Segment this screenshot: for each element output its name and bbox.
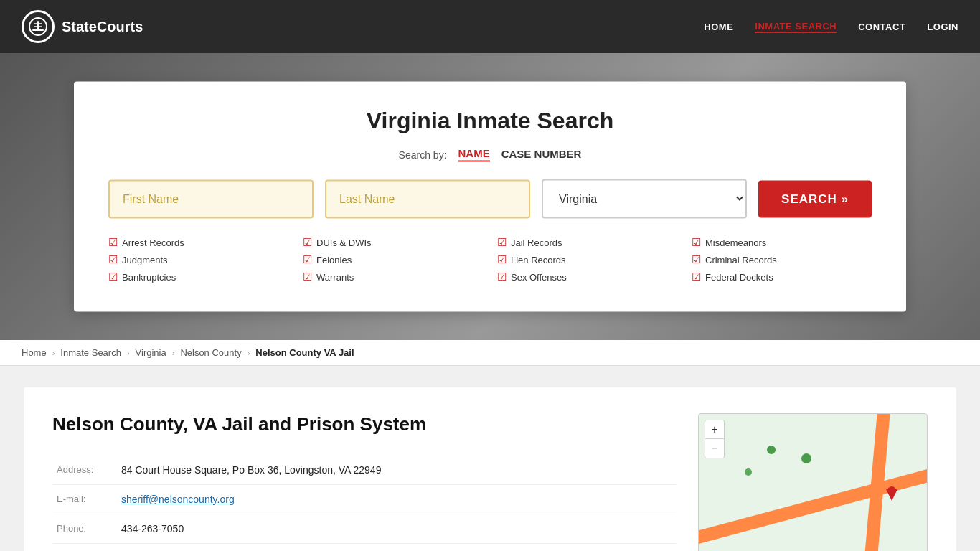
check-icon: ☑ (692, 253, 701, 266)
checkbox-label: Arrest Records (122, 237, 184, 248)
breadcrumb: Home › Inmate Search › Virginia › Nelson… (0, 340, 980, 366)
breadcrumb-virginia[interactable]: Virginia (136, 347, 166, 358)
checkbox-federal-dockets: ☑ Federal Dockets (692, 270, 872, 283)
search-tabs-row: Search by: NAME CASE NUMBER (108, 147, 872, 162)
checkbox-arrest-records: ☑ Arrest Records (108, 236, 288, 249)
check-icon: ☑ (303, 270, 312, 283)
checkbox-label: Bankruptcies (122, 271, 176, 282)
search-title: Virginia Inmate Search (108, 108, 872, 134)
facility-table: Address: 84 Court House Square, Po Box 3… (52, 456, 677, 551)
tab-name[interactable]: NAME (458, 147, 490, 162)
checkbox-jail-records: ☑ Jail Records (497, 236, 677, 249)
phone-label: Phone: (52, 514, 117, 544)
checkbox-sex-offenses: ☑ Sex Offenses (497, 270, 677, 283)
breadcrumb-sep-4: › (248, 349, 250, 357)
checkboxes-grid: ☑ Arrest Records ☑ DUIs & DWIs ☑ Jail Re… (108, 236, 872, 283)
fax-label: Fax: (52, 544, 117, 552)
phone-value: 434-263-7050 (117, 514, 677, 544)
checkbox-label: Federal Dockets (705, 271, 773, 282)
main-nav: HOME INMATE SEARCH CONTACT LOGIN (704, 21, 958, 33)
checkbox-label: Felonies (316, 254, 352, 265)
nav-inmate-search[interactable]: INMATE SEARCH (755, 21, 837, 33)
email-link[interactable]: sheriff@nelsoncounty.org (121, 494, 235, 505)
logo[interactable]: StateCourts (22, 10, 143, 43)
logo-text: StateCourts (62, 19, 143, 35)
address-label: Address: (52, 456, 117, 485)
table-row: E-mail: sheriff@nelsoncounty.org (52, 485, 677, 514)
checkbox-warrants: ☑ Warrants (303, 270, 483, 283)
table-row: Address: 84 Court House Square, Po Box 3… (52, 456, 677, 485)
first-name-input[interactable] (108, 179, 314, 218)
facility-card: Nelson County, VA Jail and Prison System… (24, 387, 956, 551)
map-zoom-out-button[interactable]: − (705, 439, 724, 458)
tab-case-number[interactable]: CASE NUMBER (501, 148, 582, 161)
map-container[interactable]: + − (698, 413, 928, 551)
facility-info: Nelson County, VA Jail and Prison System… (52, 413, 677, 551)
breadcrumb-sep-1: › (52, 349, 55, 357)
check-icon: ☑ (497, 270, 507, 283)
hero-section: COURTHOUSE Virginia Inmate Search Search… (0, 53, 980, 340)
map-road-horizontal (698, 468, 928, 544)
fax-value: 434-263-7056 (117, 544, 677, 552)
checkbox-misdemeanors: ☑ Misdemeanors (692, 236, 872, 249)
map-marker (886, 489, 897, 501)
map-zoom-in-button[interactable]: + (705, 420, 724, 439)
email-value: sheriff@nelsoncounty.org (117, 485, 677, 514)
check-icon: ☑ (497, 253, 507, 266)
check-icon: ☑ (108, 236, 118, 249)
last-name-input[interactable] (325, 179, 530, 218)
checkbox-label: Sex Offenses (511, 271, 567, 282)
checkbox-bankruptcies: ☑ Bankruptcies (108, 270, 288, 283)
search-card: Virginia Inmate Search Search by: NAME C… (74, 82, 906, 312)
check-icon: ☑ (497, 236, 507, 249)
email-label: E-mail: (52, 485, 117, 514)
logo-icon (22, 10, 55, 43)
check-icon: ☑ (108, 253, 118, 266)
checkbox-criminal-records: ☑ Criminal Records (692, 253, 872, 266)
nav-login[interactable]: LOGIN (927, 22, 958, 32)
check-icon: ☑ (303, 253, 312, 266)
table-row: Phone: 434-263-7050 (52, 514, 677, 544)
breadcrumb-nelson-county[interactable]: Nelson County (180, 347, 241, 358)
checkbox-label: Criminal Records (705, 254, 777, 265)
checkbox-judgments: ☑ Judgments (108, 253, 288, 266)
checkbox-label: Lien Records (511, 254, 566, 265)
check-icon: ☑ (303, 236, 312, 249)
breadcrumb-inmate-search[interactable]: Inmate Search (60, 347, 121, 358)
svg-rect-2 (37, 21, 39, 29)
site-header: StateCourts HOME INMATE SEARCH CONTACT L… (0, 0, 980, 53)
main-content: Nelson County, VA Jail and Prison System… (0, 366, 980, 551)
checkbox-label: DUIs & DWIs (316, 237, 372, 248)
address-value: 84 Court House Square, Po Box 36, Loving… (117, 456, 677, 485)
map-tree-3 (801, 453, 811, 463)
check-icon: ☑ (692, 270, 701, 283)
breadcrumb-current: Nelson County VA Jail (255, 347, 354, 358)
nav-contact[interactable]: CONTACT (858, 22, 905, 32)
map-tree-1 (767, 446, 776, 454)
facility-title: Nelson County, VA Jail and Prison System (52, 413, 677, 435)
checkbox-label: Jail Records (511, 237, 562, 248)
map-zoom-controls: + − (705, 420, 725, 458)
check-icon: ☑ (692, 236, 701, 249)
svg-rect-1 (32, 29, 44, 31)
search-inputs-row: Virginia Alabama Alaska Arizona SEARCH » (108, 179, 872, 219)
breadcrumb-sep-3: › (172, 349, 175, 357)
table-row: Fax: 434-263-7056 (52, 544, 677, 552)
checkbox-duis-dwis: ☑ DUIs & DWIs (303, 236, 483, 249)
check-icon: ☑ (108, 270, 118, 283)
checkbox-label: Judgments (122, 254, 168, 265)
breadcrumb-sep-2: › (127, 349, 130, 357)
checkbox-label: Warrants (316, 271, 354, 282)
state-select[interactable]: Virginia Alabama Alaska Arizona (542, 179, 747, 219)
map-section: + − (698, 413, 928, 551)
checkbox-label: Misdemeanors (705, 237, 766, 248)
checkbox-lien-records: ☑ Lien Records (497, 253, 677, 266)
breadcrumb-home[interactable]: Home (22, 347, 47, 358)
checkbox-felonies: ☑ Felonies (303, 253, 483, 266)
nav-home[interactable]: HOME (704, 22, 733, 32)
map-tree-2 (745, 468, 752, 476)
search-by-label: Search by: (399, 149, 447, 160)
search-button[interactable]: SEARCH » (758, 180, 872, 217)
